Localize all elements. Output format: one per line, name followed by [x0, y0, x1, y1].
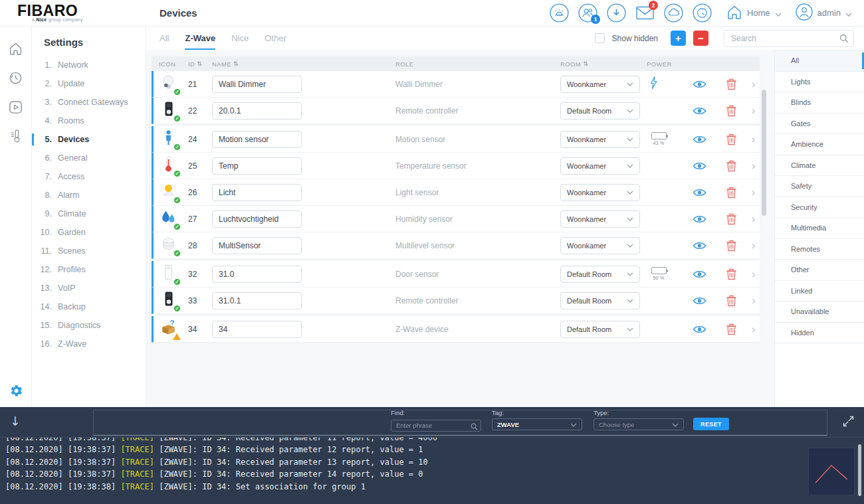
delete-trash-icon[interactable] — [714, 239, 748, 252]
sidebar-item-scenes[interactable]: 11.Scenes — [32, 242, 146, 260]
row-expand-chevron[interactable]: › — [748, 212, 760, 226]
room-select[interactable]: Woonkamer — [560, 210, 640, 228]
sidebar-item-alarm[interactable]: 8.Alarm — [32, 186, 146, 205]
row-expand-chevron[interactable]: › — [748, 294, 760, 307]
row-expand-chevron[interactable]: › — [748, 323, 760, 336]
brand-logo[interactable]: FIBARO a Nice group company — [0, 4, 146, 22]
delete-trash-icon[interactable] — [714, 186, 748, 199]
tab-other[interactable]: Other — [265, 27, 286, 50]
column-header-id[interactable]: ID⇅ — [188, 60, 212, 68]
visibility-eye-icon[interactable] — [684, 270, 714, 279]
siren-icon[interactable] — [550, 3, 570, 23]
device-name-input[interactable] — [212, 266, 302, 283]
sidebar-item-garden[interactable]: 10.Garden — [32, 223, 146, 242]
device-name-input[interactable] — [212, 321, 302, 338]
room-select[interactable]: Woonkamer — [560, 157, 640, 175]
row-expand-chevron[interactable]: › — [748, 268, 760, 281]
log-tag-select[interactable]: ZWAVE — [492, 418, 582, 430]
log-type-select[interactable]: Choose type — [594, 418, 684, 430]
mail-icon[interactable]: 2 — [635, 3, 655, 23]
delete-trash-icon[interactable] — [714, 133, 748, 145]
sidebar-item-general[interactable]: 6.General — [32, 149, 146, 167]
room-select[interactable]: Default Room — [560, 321, 640, 338]
log-scrollbar[interactable] — [858, 444, 861, 496]
device-name-input[interactable] — [212, 184, 302, 201]
category-remotes[interactable]: Remotes — [775, 239, 864, 260]
delete-trash-icon[interactable] — [714, 212, 748, 225]
category-blinds[interactable]: Blinds — [775, 92, 864, 114]
row-expand-chevron[interactable]: › — [748, 159, 760, 173]
tab-all[interactable]: All — [160, 27, 169, 50]
device-name-input[interactable] — [212, 157, 302, 175]
delete-trash-icon[interactable] — [714, 78, 748, 90]
category-hidden[interactable]: Hidden — [775, 323, 864, 344]
add-device-button[interactable]: + — [671, 31, 686, 46]
expand-console-icon[interactable] — [842, 415, 855, 430]
category-other[interactable]: Other — [775, 260, 864, 281]
device-name-input[interactable] — [212, 131, 302, 148]
sidebar-item-voip[interactable]: 13.VoIP — [32, 279, 146, 297]
sidebar-item-access[interactable]: 7.Access — [32, 167, 146, 186]
table-scrollbar[interactable] — [762, 90, 766, 216]
gear-icon[interactable] — [0, 384, 32, 398]
user-menu[interactable]: admin — [796, 3, 852, 23]
tab-nice[interactable]: Nice — [231, 27, 249, 50]
row-expand-chevron[interactable]: › — [748, 133, 760, 146]
visibility-eye-icon[interactable] — [684, 161, 714, 171]
scenes-icon[interactable] — [9, 100, 23, 114]
visibility-eye-icon[interactable] — [684, 106, 714, 116]
category-linked[interactable]: Linked — [775, 281, 864, 302]
row-expand-chevron[interactable]: › — [748, 239, 760, 252]
sidebar-item-backup[interactable]: 14.Backup — [32, 297, 146, 316]
delete-trash-icon[interactable] — [714, 294, 748, 307]
mini-chart-widget[interactable] — [808, 448, 855, 495]
search-input[interactable] — [724, 30, 854, 47]
row-expand-chevron[interactable]: › — [748, 78, 760, 91]
cloud-icon[interactable] — [664, 3, 684, 23]
remove-device-button[interactable]: − — [693, 31, 708, 46]
reset-button[interactable]: RESET — [693, 418, 729, 430]
log-find-input[interactable] — [391, 420, 481, 432]
room-select[interactable]: Woonkamer — [560, 131, 640, 148]
column-header-room[interactable]: ROOM⇅ — [560, 60, 647, 68]
visibility-eye-icon[interactable] — [684, 325, 714, 334]
delete-trash-icon[interactable] — [714, 268, 748, 280]
history-icon[interactable] — [9, 70, 23, 85]
sidebar-item-network[interactable]: 1.Network — [32, 56, 146, 74]
sidebar-item-climate[interactable]: 9.Climate — [32, 205, 146, 223]
category-gates[interactable]: Gates — [775, 114, 864, 135]
delete-trash-icon[interactable] — [714, 104, 748, 117]
room-select[interactable]: Default Room — [560, 292, 640, 309]
category-lights[interactable]: Lights — [775, 72, 864, 93]
visibility-eye-icon[interactable] — [684, 296, 714, 305]
device-name-input[interactable] — [212, 210, 302, 228]
clock-icon[interactable] — [693, 3, 712, 23]
show-hidden-checkbox[interactable] — [595, 33, 605, 43]
home-icon[interactable] — [9, 41, 23, 56]
visibility-eye-icon[interactable] — [684, 135, 714, 144]
tab-z-wave[interactable]: Z-Wave — [185, 27, 215, 50]
sidebar-item-connect-gateways[interactable]: 3.Connect Gateways — [32, 93, 146, 112]
visibility-eye-icon[interactable] — [684, 188, 714, 197]
column-header-name[interactable]: NAME⇅ — [212, 60, 395, 68]
sidebar-item-update[interactable]: 2.Update — [32, 74, 146, 93]
sidebar-item-diagnostics[interactable]: 15.Diagnostics — [32, 316, 146, 335]
row-expand-chevron[interactable]: › — [748, 104, 760, 118]
category-multimedia[interactable]: Multimedia — [775, 218, 864, 239]
device-name-input[interactable] — [212, 292, 302, 309]
sidebar-item-profiles[interactable]: 12.Profiles — [32, 260, 146, 279]
category-climate[interactable]: Climate — [775, 155, 864, 177]
category-unavailable[interactable]: Unavailable — [775, 301, 864, 323]
device-name-input[interactable] — [212, 237, 302, 254]
collapse-console-icon[interactable]: ↓ — [10, 414, 21, 428]
download-icon[interactable] — [607, 3, 627, 23]
category-all[interactable]: All — [775, 50, 864, 72]
visibility-eye-icon[interactable] — [684, 214, 714, 224]
room-select[interactable]: Woonkamer — [560, 76, 640, 93]
delete-trash-icon[interactable] — [714, 159, 748, 172]
sidebar-item-z-wave[interactable]: 16.Z-Wave — [32, 335, 146, 353]
visibility-eye-icon[interactable] — [684, 241, 714, 250]
sidebar-item-devices[interactable]: 5.Devices — [32, 130, 146, 149]
row-expand-chevron[interactable]: › — [748, 186, 760, 199]
device-name-input[interactable] — [212, 102, 302, 120]
